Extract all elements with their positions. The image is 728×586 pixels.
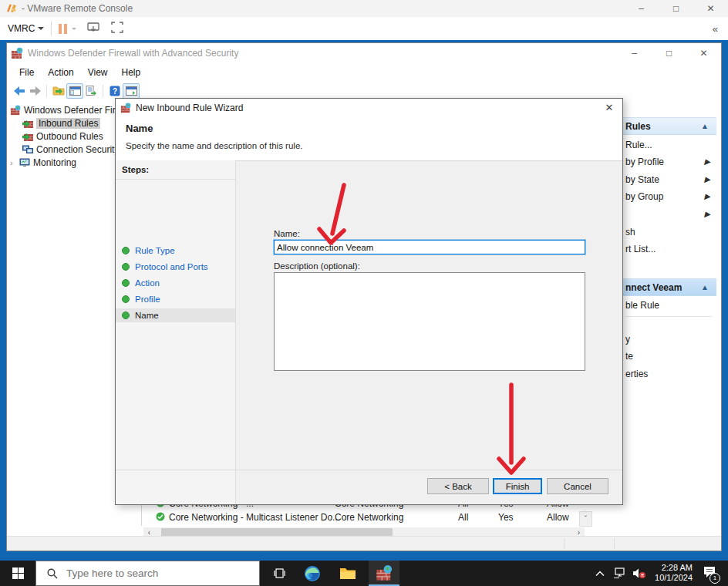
tree-item-label: Inbound Rules	[36, 118, 100, 129]
steps-label: Steps:	[122, 165, 149, 174]
tray-show-hidden-icons-chevron[interactable]	[591, 561, 609, 586]
name-field-label: Name:	[274, 229, 300, 238]
show-action-pane-button[interactable]	[123, 83, 140, 99]
vmrc-menu-button[interactable]: VMRC	[8, 23, 44, 34]
firewall-icon	[120, 103, 131, 113]
tree-item-label: Monitoring	[33, 157, 76, 168]
tree-item-inbound-rules[interactable]: Inbound Rules	[22, 116, 100, 130]
suspend-options-chevron-icon[interactable]	[72, 28, 76, 30]
vmware-minimize-button[interactable]: –	[624, 0, 659, 17]
chevron-down-icon	[38, 27, 44, 30]
step-name[interactable]: Name	[116, 308, 235, 322]
wizard-header: Name Specify the name and description of…	[116, 117, 622, 161]
collapse-toolbar-icon[interactable]: «	[713, 23, 719, 35]
rule-description-textarea[interactable]	[274, 272, 585, 371]
actions-header-label: Rules	[625, 121, 651, 132]
back-button[interactable]: < Back	[427, 478, 489, 494]
firewall-maximize-button[interactable]: □	[652, 45, 686, 62]
send-ctrl-alt-del-button[interactable]	[87, 22, 100, 35]
monitoring-icon	[19, 158, 30, 167]
status-bar	[7, 536, 721, 551]
submenu-arrow-icon: ▶	[704, 175, 710, 184]
firewall-window-title: Windows Defender Firewall with Advanced …	[28, 48, 238, 59]
search-input[interactable]	[65, 567, 222, 580]
menu-file[interactable]: File	[12, 67, 41, 78]
toolbar-separator	[51, 22, 52, 35]
tree-item-outbound-rules[interactable]: Outbound Rules	[22, 130, 103, 143]
collapse-up-icon[interactable]: ▲	[701, 122, 709, 130]
network-tray-icon[interactable]	[609, 561, 629, 586]
back-button[interactable]	[12, 84, 27, 98]
tree-item-monitoring[interactable]: › Monitoring	[10, 156, 76, 169]
start-button[interactable]	[0, 561, 35, 586]
finish-button[interactable]: Finish	[493, 478, 542, 494]
show-hide-console-tree-button[interactable]	[66, 83, 83, 99]
toolbar-separator	[46, 85, 47, 97]
submenu-arrow-icon: ▶	[704, 157, 710, 166]
rules-list-row[interactable]: Core Networking - Multicast Listener Do.…	[150, 510, 585, 524]
step-action[interactable]: Action	[116, 276, 235, 290]
cancel-button[interactable]: Cancel	[547, 478, 608, 494]
vmware-window-title: - VMware Remote Console	[22, 3, 133, 14]
wizard-subheading: Specify the name and description of this…	[126, 141, 303, 150]
task-view-button[interactable]	[265, 561, 293, 586]
menu-view[interactable]: View	[81, 67, 115, 78]
step-protocol-and-ports[interactable]: Protocol and Ports	[116, 260, 235, 274]
firewall-menubar: File Action View Help	[7, 63, 721, 81]
tree-item-connection-security-rules[interactable]: Connection Security R	[22, 143, 128, 156]
wizard-title: New Inbound Rule Wizard	[136, 103, 243, 113]
submenu-arrow-icon: ▶	[704, 210, 710, 218]
taskbar: 2:28 AM 10/1/2024 1	[0, 561, 728, 586]
rule-name-input[interactable]	[274, 240, 585, 254]
menu-action[interactable]: Action	[41, 67, 80, 78]
firewall-titlebar: Windows Defender Firewall with Advanced …	[7, 43, 721, 63]
step-rule-type[interactable]: Rule Type	[116, 244, 235, 258]
tray-clock[interactable]: 2:28 AM 10/1/2024	[646, 563, 693, 583]
vmrc-menu-label: VMRC	[8, 23, 35, 34]
new-inbound-rule-wizard: New Inbound Rule Wizard ✕ Name Specify t…	[115, 98, 623, 505]
taskbar-firewall-app[interactable]	[369, 561, 399, 586]
submenu-arrow-icon: ▶	[704, 192, 710, 200]
toolbar-separator	[103, 85, 103, 97]
file-explorer-icon[interactable]	[333, 561, 362, 586]
step-profile[interactable]: Profile	[116, 292, 235, 306]
actions-header-label: nnect Veeam	[625, 282, 682, 293]
vmware-close-button[interactable]: ✕	[693, 0, 728, 17]
wizard-heading: Name	[126, 123, 153, 134]
taskbar-search[interactable]	[35, 561, 260, 586]
firewall-close-button[interactable]: ✕	[686, 45, 721, 62]
clock-date: 10/1/2024	[646, 573, 693, 583]
vertical-scroll-down-button[interactable]: ˇ	[579, 511, 592, 527]
action-center-button[interactable]: 1	[696, 561, 723, 586]
fullscreen-button[interactable]	[111, 22, 123, 35]
vmware-remote-console-window: - VMware Remote Console – □ ✕ VMRC «	[0, 0, 728, 586]
description-field-label: Description (optional):	[274, 261, 360, 271]
connection-security-icon	[22, 145, 33, 154]
suspend-vm-button[interactable]	[59, 24, 67, 34]
expand-chevron-icon[interactable]: ›	[10, 158, 16, 167]
export-list-icon[interactable]	[83, 84, 99, 98]
notification-badge: 1	[709, 573, 720, 584]
vmware-maximize-button[interactable]: □	[659, 0, 693, 17]
wizard-titlebar: New Inbound Rule Wizard ✕	[116, 99, 622, 117]
show-console-tree-icon[interactable]	[51, 84, 66, 98]
collapse-up-icon[interactable]: ▲	[701, 283, 709, 291]
firewall-icon	[10, 105, 21, 116]
firewall-app-icon	[11, 47, 23, 59]
forward-button[interactable]	[27, 84, 42, 98]
wizard-close-button[interactable]: ✕	[602, 102, 616, 114]
search-icon	[47, 568, 58, 579]
actions-divider	[625, 316, 712, 317]
firewall-minimize-button[interactable]: –	[617, 45, 652, 62]
edge-browser-icon[interactable]	[298, 561, 327, 586]
step-done-icon	[122, 312, 130, 319]
outbound-rules-icon	[22, 132, 33, 141]
step-done-icon	[122, 295, 130, 303]
inbound-rules-icon	[22, 119, 33, 128]
tree-item-label: Outbound Rules	[36, 131, 103, 142]
menu-help[interactable]: Help	[115, 67, 148, 78]
step-done-icon	[122, 263, 130, 271]
help-button[interactable]: ?	[107, 84, 123, 98]
clock-time: 2:28 AM	[646, 563, 693, 573]
guest-desktop: Windows Defender Firewall with Advanced …	[0, 40, 728, 561]
